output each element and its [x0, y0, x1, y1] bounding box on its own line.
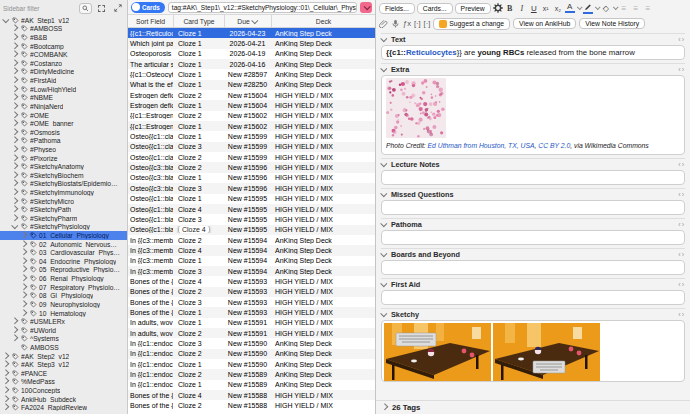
- remove-format-icon[interactable]: ◇: [601, 4, 611, 13]
- table-row[interactable]: In {{c3::memb… Cloze 1 New #15594 AnKing…: [128, 256, 375, 266]
- expander-icon[interactable]: [20, 257, 27, 264]
- expander-icon[interactable]: [2, 395, 9, 402]
- cloze-deletion-alt-icon[interactable]: [·]: [424, 19, 431, 28]
- sidebar-filter-input[interactable]: Sidebar filter: [3, 5, 76, 12]
- sidebar-item[interactable]: #Costanzo: [0, 59, 127, 68]
- sidebar-item[interactable]: #AK_Step3_v12: [0, 360, 127, 369]
- column-header-due[interactable]: Due: [224, 15, 271, 27]
- html-editor-toggle-icon[interactable]: ‹›: [678, 311, 685, 318]
- table-row[interactable]: Osteo{{c1::cla… Cloze 1 New #15599 HIGH …: [128, 131, 375, 141]
- remove-format-chevron-icon[interactable]: [613, 4, 619, 10]
- sidebar-item[interactable]: %MedPass: [0, 378, 127, 387]
- table-row[interactable]: In {{c1::endoc… Cloze 2 New #15589 AnKin…: [128, 369, 375, 379]
- field-input-first-aid[interactable]: [381, 290, 685, 305]
- expander-icon[interactable]: [20, 231, 27, 238]
- indent-icon[interactable]: ≡: [643, 4, 653, 13]
- expander-icon[interactable]: [20, 240, 27, 247]
- expander-icon[interactable]: [11, 335, 18, 342]
- collapse-icon[interactable]: [380, 160, 387, 167]
- highlight-chevron-icon[interactable]: [595, 4, 601, 10]
- sidebar-item[interactable]: 05_Reproductive_Physio…: [0, 266, 127, 275]
- expander-icon[interactable]: [11, 180, 18, 187]
- field-input-boards-and-beyond[interactable]: [381, 260, 685, 275]
- collapse-icon[interactable]: [380, 190, 387, 197]
- table-row[interactable]: In {{c3::memb… Cloze 4 New #15594 AnKing…: [128, 245, 375, 255]
- view-on-ankihub-button[interactable]: View on AnkiHub: [513, 18, 576, 29]
- sidebar-item[interactable]: #COMBANK: [0, 50, 127, 59]
- sidebar-item[interactable]: #USMLERx: [0, 317, 127, 326]
- sidebar-item[interactable]: #Pixorize: [0, 154, 127, 163]
- sidebar-item[interactable]: #SketchyAnatomy: [0, 162, 127, 171]
- html-editor-toggle-icon[interactable]: ‹›: [678, 36, 685, 43]
- expander-icon[interactable]: [2, 360, 9, 367]
- expander-icon[interactable]: [11, 214, 18, 221]
- suggest-change-button[interactable]: Suggest a change: [433, 18, 510, 30]
- sidebar-item[interactable]: #NBME: [0, 93, 127, 102]
- expander-icon[interactable]: [2, 369, 9, 376]
- table-row[interactable]: In {{c1::endoc… Cloze 1 New #15590 AnKin…: [128, 359, 375, 369]
- sidebar-item[interactable]: #PANCE: [0, 369, 127, 378]
- table-row[interactable]: Estrogen defic… Cloze 2 New #15604 HIGH …: [128, 90, 375, 100]
- table-row[interactable]: In adults, wov… Cloze 2 New #15591 HIGH …: [128, 328, 375, 338]
- sidebar-item[interactable]: #UWorld: [0, 326, 127, 335]
- collapse-icon[interactable]: [380, 220, 387, 227]
- html-editor-toggle-icon[interactable]: ‹›: [678, 281, 685, 288]
- text-color-icon[interactable]: A: [565, 3, 575, 13]
- expander-icon[interactable]: [11, 137, 18, 144]
- expander-icon[interactable]: [11, 326, 18, 333]
- sidebar-item[interactable]: #AK_Step2_v12: [0, 352, 127, 361]
- sidebar-item[interactable]: 06_Renal_Physiology: [0, 274, 127, 283]
- collapse-icon[interactable]: [380, 280, 387, 287]
- expander-icon[interactable]: [2, 378, 9, 385]
- sidebar-item[interactable]: #DirtyMedicine: [0, 68, 127, 77]
- expander-icon[interactable]: [20, 274, 27, 281]
- expander-icon[interactable]: [11, 197, 18, 204]
- table-row[interactable]: Bones of the {… Cloze 4 New #15593 HIGH …: [128, 276, 375, 286]
- sidebar-item[interactable]: AnkiHub_Subdeck: [0, 395, 127, 404]
- collapse-icon[interactable]: [380, 250, 387, 257]
- expander-icon[interactable]: [11, 119, 18, 126]
- sidebar-item[interactable]: #Bootcamp: [0, 42, 127, 51]
- sidebar-item[interactable]: #FirstAid: [0, 76, 127, 85]
- sidebar-item[interactable]: 01_Cellular_Physiology: [0, 231, 127, 240]
- html-editor-toggle-icon[interactable]: ‹›: [678, 161, 685, 168]
- expander-icon[interactable]: [11, 128, 18, 135]
- underline-icon[interactable]: U: [529, 4, 539, 13]
- table-row[interactable]: Bones of the {… Cloze 2 New #15593 HIGH …: [128, 287, 375, 297]
- sidebar-item[interactable]: #SketchyBiochem: [0, 171, 127, 180]
- sidebar-item[interactable]: #SketchyImmunology: [0, 188, 127, 197]
- attachment-icon[interactable]: [379, 19, 388, 28]
- highlight-color-icon[interactable]: [583, 2, 593, 14]
- equations-icon[interactable]: ƒx: [403, 19, 411, 28]
- expander-icon[interactable]: [20, 283, 27, 290]
- expander-icon[interactable]: [20, 266, 27, 273]
- field-input-text[interactable]: {{c1::Reticulocytes}} are young RBCs rel…: [381, 45, 685, 60]
- tags-bar[interactable]: 26 Tags: [376, 400, 690, 414]
- sidebar-item[interactable]: #Low/HighYield: [0, 85, 127, 94]
- preview-button[interactable]: Preview: [455, 3, 491, 14]
- sidebar-item[interactable]: #B&B: [0, 33, 127, 42]
- gear-icon[interactable]: [493, 3, 503, 13]
- search-input[interactable]: tag:#AK\_Step1\_v12::#SketchyPhysiology:…: [168, 2, 357, 13]
- sidebar-item[interactable]: #SketchyPhysiology: [0, 223, 127, 232]
- table-row[interactable]: {{c1::Reticuloc… Cloze 1 2026-04-23 AnKi…: [128, 28, 375, 38]
- expander-icon[interactable]: [20, 300, 27, 307]
- expander-icon[interactable]: [11, 76, 18, 83]
- column-header-deck[interactable]: Deck: [271, 15, 375, 27]
- table-row[interactable]: {{c1::Estrogen… Cloze 1 New #15602 HIGH …: [128, 121, 375, 131]
- sidebar-item[interactable]: #OME: [0, 111, 127, 120]
- expander-icon[interactable]: [11, 68, 18, 75]
- sidebar-item[interactable]: 07_Respiratory_Physiolo…: [0, 283, 127, 292]
- collapse-icon[interactable]: [380, 35, 387, 42]
- table-row[interactable]: Bones of the {… Cloze 2 New #15588 HIGH …: [128, 400, 375, 410]
- table-row[interactable]: Osteo{{c1::bla… Cloze 3 New #15595 HIGH …: [128, 214, 375, 224]
- unordered-list-icon[interactable]: ≡: [619, 4, 629, 13]
- expander-icon[interactable]: [11, 25, 18, 32]
- italic-icon[interactable]: I: [517, 4, 527, 13]
- column-header-sort-field[interactable]: Sort Field: [128, 15, 173, 27]
- html-editor-toggle-icon[interactable]: ‹›: [678, 191, 685, 198]
- html-editor-toggle-icon[interactable]: ‹›: [678, 221, 685, 228]
- expander-icon[interactable]: [11, 94, 18, 101]
- table-row[interactable]: Bones of the {… Cloze 4 New #15588 HIGH …: [128, 390, 375, 400]
- expander-icon[interactable]: [20, 309, 27, 316]
